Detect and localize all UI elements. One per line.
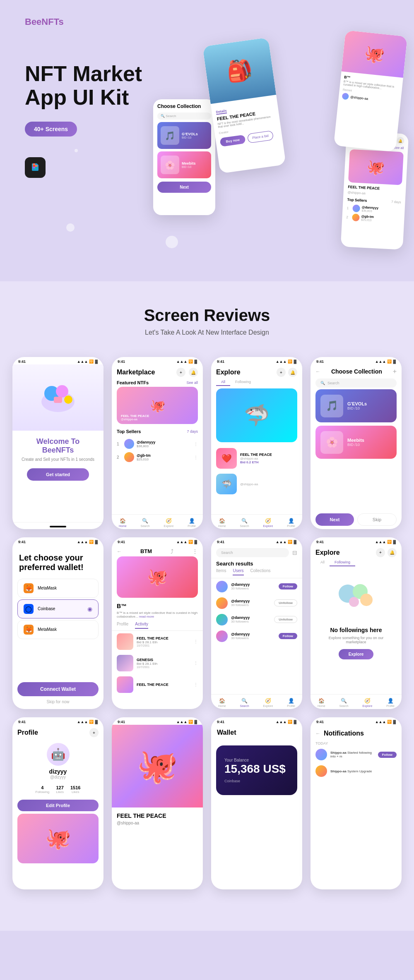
search-input[interactable]: Search (216, 548, 289, 557)
selected-indicator: ◉ (87, 606, 92, 612)
connect-wallet-button[interactable]: Connect Wallet (17, 682, 99, 696)
nf-tab-all[interactable]: All (315, 559, 330, 566)
coinbase-logo: ◯ (24, 604, 34, 614)
nav-explore-s[interactable]: 🧭Explore (263, 698, 273, 707)
btm-screen: 9:41 ▲▲▲ 🛜 ▓ ← BTM ⤴ ⋮ 🐙 B™ B™ is a mixe… (112, 537, 203, 709)
skip-for-now-link[interactable]: Skip for now (17, 700, 99, 704)
status-bar-art: 9:41 ▲▲▲ 🛜 ▓ (112, 717, 203, 725)
nft-name-1: FEEL THE PEACE (240, 453, 297, 457)
tab-collections[interactable]: Collections (250, 568, 271, 575)
hero-art-2: 🐙 (342, 30, 408, 78)
nav-home-e[interactable]: 🏠Home (218, 518, 226, 527)
nav-explore-e[interactable]: 🧭Explore (263, 518, 273, 527)
bottom-nav-market[interactable]: 🏠 Home 🔍 Search 🧭 Explore 👤 Profile (112, 514, 203, 529)
follow-btn-4[interactable]: Follow (279, 633, 297, 639)
nav-home-nf[interactable]: 🏠Home (318, 698, 325, 707)
nav-search-s[interactable]: 🔍Search (240, 698, 249, 707)
unfollow-btn-2[interactable]: Unfollow (274, 599, 297, 606)
welcome-content: Welcome To BeeNFTs Create and Sell your … (12, 364, 104, 522)
market-plus-icon[interactable]: + (176, 368, 185, 377)
activity-more-2[interactable]: ⋮ (194, 661, 198, 665)
nf-bell-icon[interactable]: 🔔 (388, 548, 397, 557)
seller-price-2: $25,010 (137, 458, 191, 461)
search-placeholder: Search (221, 551, 233, 555)
nf-tab-following[interactable]: Following (330, 559, 355, 566)
bottom-nav-welcome (12, 522, 104, 529)
hero-next-button[interactable]: Next (157, 182, 211, 193)
search-filter-icon[interactable]: ⊟ (292, 549, 297, 556)
tab-all[interactable]: All (216, 379, 230, 386)
seller-more-2[interactable]: ⋮ (194, 455, 198, 460)
nav-explore-nf[interactable]: 🧭Explore (363, 698, 373, 707)
status-icons-explore: ▲▲▲ 🛜 ▓ (276, 359, 296, 364)
wallet-option-2[interactable]: ◯ Coinbase ◉ (17, 599, 99, 618)
hero-detail-tab: Details (216, 109, 227, 115)
collection-search-bar[interactable]: 🔍 Search (315, 379, 397, 388)
hero-feat-art: 🐙 (348, 149, 404, 185)
explore-bell-icon[interactable]: 🔔 (288, 368, 297, 377)
user-avatar-2 (216, 597, 228, 609)
featured-nft-name: FEEL THE PEACE @shippo-aa (121, 414, 149, 421)
nav-explore[interactable]: 🧭 Explore (164, 518, 174, 527)
user-avatar-3 (216, 614, 228, 625)
choose-add-icon[interactable]: + (393, 368, 397, 375)
market-bell-icon[interactable]: 🔔 (189, 368, 198, 377)
follow-btn-1[interactable]: Follow (279, 583, 297, 589)
wallet-option-3[interactable]: 🦊 MetaMask (17, 620, 99, 639)
stat-num-items: 1516 (70, 785, 80, 790)
get-started-button[interactable]: Get started (27, 468, 89, 481)
nav-profile-nf[interactable]: 👤Profile (386, 698, 395, 707)
nav-profile-e[interactable]: 👤Profile (287, 518, 295, 527)
skip-button[interactable]: Skip (357, 513, 397, 526)
nav-profile-s[interactable]: 👤Profile (287, 698, 295, 707)
nav-home-s[interactable]: 🏠Home (218, 698, 226, 707)
unfollow-btn-3[interactable]: Unfollow (274, 616, 297, 623)
choose-back-icon[interactable]: ← (315, 369, 320, 374)
btm-read-more[interactable]: read more (139, 615, 154, 618)
seller-more-1[interactable]: ⋮ (194, 442, 198, 446)
profile-add-icon[interactable]: + (89, 728, 99, 737)
nav-profile[interactable]: 👤 Profile (188, 518, 196, 527)
profile-icon: 👤 (189, 518, 195, 524)
activity-more-1[interactable]: ⋮ (194, 639, 198, 644)
no-follow-content: Explore + 🔔 All Following (310, 545, 402, 695)
wallet-header: Wallet (211, 725, 302, 740)
hero-7days: 7 days (391, 200, 401, 204)
explore-plus-icon[interactable]: + (277, 368, 286, 377)
buy-now-button[interactable]: Buy now (219, 135, 246, 147)
tab-following[interactable]: Following (230, 379, 256, 386)
bottom-nav-nf[interactable]: 🏠Home 🔍Search 🧭Explore 👤Profile (310, 694, 402, 709)
activity-name-2: GENESIS (137, 658, 190, 662)
btm-more-icon[interactable]: ⋮ (192, 548, 198, 555)
art-creator-row: @shippo-aa (117, 821, 198, 825)
nf-plus-icon[interactable]: + (376, 548, 385, 557)
see-all-link[interactable]: See all (186, 381, 198, 385)
tab-items[interactable]: Items (216, 568, 226, 575)
btm-share-icon[interactable]: ⤴ (171, 548, 173, 555)
bottom-nav-explore[interactable]: 🏠Home 🔍Search 🧭Explore 👤Profile (211, 514, 302, 529)
next-button[interactable]: Next (315, 513, 354, 526)
activity-more-3[interactable]: ⋮ (194, 682, 198, 687)
place-bid-button[interactable]: Place a bid (247, 130, 274, 143)
user-name-info-2: @dannyyy 30 followers (231, 599, 271, 607)
explore-button[interactable]: Explore (339, 649, 374, 659)
nf-tabs: All Following (310, 559, 402, 569)
btm-back-icon[interactable]: ← (117, 549, 122, 554)
status-icons-profile: ▲▲▲ 🛜 ▓ (77, 720, 98, 724)
notif-follow-btn-1[interactable]: Follow (378, 752, 397, 758)
wallet-option-1[interactable]: 🦊 MetaMask (17, 579, 99, 598)
nav-search[interactable]: 🔍 Search (141, 518, 150, 527)
notifications-screen: 9:41 ▲▲▲ 🛜 ▓ ← Notifications TODAY (310, 717, 402, 889)
btm-profile-tab[interactable]: Profile (117, 622, 128, 629)
tab-users[interactable]: Users (233, 568, 243, 575)
btm-activity-tab[interactable]: Activity (135, 622, 148, 629)
nav-search-nf[interactable]: 🔍Search (339, 698, 349, 707)
hero-art-1: 🎒 (202, 37, 276, 104)
nav-search-e[interactable]: 🔍Search (240, 518, 249, 527)
edit-profile-button[interactable]: Edit Profile (17, 800, 99, 811)
figma-icon (25, 157, 46, 178)
explore-label-nf: Explore (363, 704, 373, 707)
bottom-nav-search[interactable]: 🏠Home 🔍Search 🧭Explore 👤Profile (211, 694, 302, 709)
notif-back-icon[interactable]: ← (315, 731, 320, 736)
nav-home[interactable]: 🏠 Home (119, 518, 127, 527)
